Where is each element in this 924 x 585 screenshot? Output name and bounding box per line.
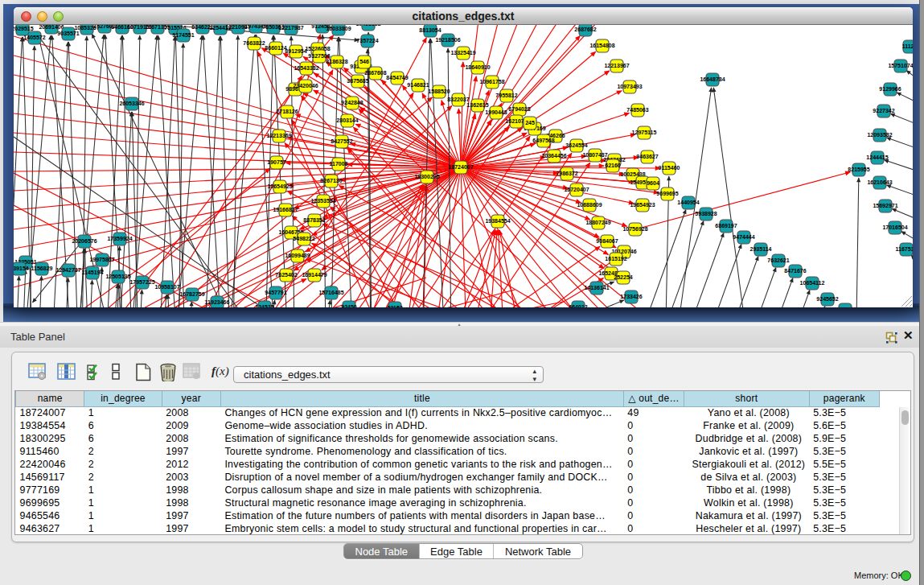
svg-text:8878352: 8878352 (303, 217, 325, 223)
svg-text:12353594: 12353594 (310, 198, 335, 204)
svg-text:117008: 117008 (330, 161, 348, 167)
svg-text:15692971: 15692971 (873, 203, 897, 208)
svg-text:12093582: 12093582 (867, 132, 892, 138)
svg-text:16782759: 16782759 (179, 291, 204, 297)
svg-text:17359924: 17359924 (107, 236, 132, 241)
svg-text:9115460: 9115460 (659, 165, 680, 171)
svg-text:6497568: 6497568 (532, 138, 554, 143)
svg-text:9327506: 9327506 (308, 53, 330, 59)
svg-text:10654925: 10654925 (267, 183, 292, 189)
svg-text:2867608: 2867608 (364, 70, 386, 76)
svg-text:17016504: 17016504 (882, 225, 907, 230)
svg-text:20206576: 20206576 (72, 238, 97, 244)
svg-text:17957225: 17957225 (129, 279, 154, 285)
svg-text:10958107: 10958107 (154, 284, 179, 290)
svg-text:12213369: 12213369 (266, 133, 291, 138)
svg-text:9699695: 9699695 (656, 191, 678, 196)
svg-text:62160: 62160 (605, 163, 621, 168)
svg-text:6869197: 6869197 (715, 223, 737, 229)
svg-text:10688609: 10688609 (577, 202, 602, 208)
svg-text:20364456: 20364456 (541, 153, 566, 159)
svg-text:7625402: 7625402 (275, 272, 297, 278)
svg-text:16099489: 16099489 (285, 253, 310, 258)
svg-text:2718126: 2718126 (276, 109, 298, 114)
svg-text:19975867: 19975867 (89, 257, 114, 262)
svg-text:20691406: 20691406 (39, 25, 64, 30)
svg-text:1244415: 1244415 (866, 154, 888, 160)
svg-text:15716485: 15716485 (318, 290, 343, 295)
svg-text:10654112: 10654112 (800, 280, 825, 286)
svg-text:190757: 190757 (267, 159, 285, 165)
svg-text:7663822: 7663822 (243, 40, 265, 46)
svg-text:12213967: 12213967 (604, 63, 629, 68)
svg-text:6794028: 6794028 (508, 106, 530, 112)
svg-text:16543382: 16543382 (294, 65, 318, 71)
svg-text:9084067: 9084067 (596, 238, 618, 244)
svg-text:15720407: 15720407 (564, 187, 589, 192)
svg-text:19384554: 19384554 (485, 218, 510, 224)
svg-text:8427552: 8427552 (331, 138, 352, 144)
svg-text:9450512: 9450512 (834, 307, 856, 307)
svg-text:2935114: 2935114 (750, 246, 772, 252)
svg-text:9242848: 9242848 (341, 100, 363, 105)
svg-text:1615192: 1615192 (605, 256, 626, 262)
svg-text:12505135: 12505135 (105, 274, 130, 279)
svg-text:5498222: 5498222 (293, 236, 314, 241)
svg-text:7632621: 7632621 (767, 257, 789, 263)
svg-text:18640910: 18640910 (465, 64, 490, 70)
svg-text:1167533: 1167533 (896, 246, 913, 252)
svg-text:9227342: 9227342 (873, 108, 894, 113)
svg-text:19654923: 19654923 (630, 202, 655, 208)
svg-text:3624554: 3624554 (565, 142, 587, 148)
svg-text:7357224: 7357224 (356, 38, 378, 43)
svg-text:18300295: 18300295 (414, 174, 439, 179)
svg-text:9245652: 9245652 (816, 296, 838, 302)
svg-text:16154808: 16154808 (589, 43, 614, 48)
svg-text:16210643: 16210643 (867, 179, 892, 185)
svg-text:8660124: 8660124 (265, 45, 286, 51)
svg-text:8267130: 8267130 (320, 178, 342, 183)
svg-text:12217987: 12217987 (278, 25, 303, 31)
svg-text:8471676: 8471676 (784, 268, 806, 274)
svg-text:19218506: 19218506 (435, 37, 460, 43)
svg-text:245: 245 (525, 120, 535, 126)
svg-text:92450: 92450 (341, 304, 357, 307)
svg-text:139154: 139154 (14, 266, 29, 271)
svg-text:8912954: 8912954 (285, 48, 306, 54)
svg-text:9457791: 9457791 (265, 290, 286, 295)
svg-text:83152: 83152 (387, 305, 403, 307)
svg-text:7986372: 7986372 (556, 171, 577, 176)
svg-text:1588520: 1588520 (428, 89, 450, 94)
svg-text:3875685: 3875685 (347, 78, 368, 84)
svg-text:664012: 664012 (569, 304, 587, 307)
svg-text:9463627: 9463627 (636, 154, 658, 159)
svg-text:13325419: 13325419 (450, 50, 475, 56)
svg-text:16033809: 16033809 (326, 26, 351, 31)
svg-text:1156829: 1156829 (31, 266, 53, 271)
svg-text:2687682: 2687682 (574, 27, 596, 32)
svg-text:14136141: 14136141 (584, 285, 609, 290)
svg-text:546: 546 (359, 59, 369, 64)
svg-text:8186328: 8186328 (326, 59, 347, 64)
svg-text:252254: 252254 (614, 274, 632, 280)
svg-text:7955812: 7955812 (495, 93, 517, 98)
svg-text:1362615: 1362615 (466, 102, 488, 108)
svg-text:11123: 11123 (902, 43, 913, 49)
svg-text:9146821: 9146821 (407, 82, 429, 88)
svg-text:12942737: 12942737 (55, 267, 80, 273)
svg-text:26053346: 26053346 (119, 101, 144, 106)
svg-text:8813054: 8813054 (419, 27, 441, 33)
svg-text:18724007: 18724007 (448, 164, 473, 170)
svg-text:19166827: 19166827 (273, 207, 298, 212)
svg-text:9474444: 9474444 (733, 234, 754, 240)
svg-text:18807249: 18807249 (585, 220, 610, 225)
svg-text:5938928: 5938928 (695, 211, 717, 216)
svg-text:8215955: 8215955 (848, 167, 869, 172)
svg-text:1733426: 1733426 (620, 294, 642, 299)
svg-text:8322037: 8322037 (447, 97, 469, 102)
svg-text:10973493: 10973493 (617, 84, 642, 89)
svg-text:1990448: 1990448 (485, 109, 507, 115)
svg-text:2029515: 2029515 (14, 26, 34, 31)
svg-text:16914479: 16914479 (302, 272, 326, 278)
svg-text:10961758: 10961758 (479, 79, 504, 84)
